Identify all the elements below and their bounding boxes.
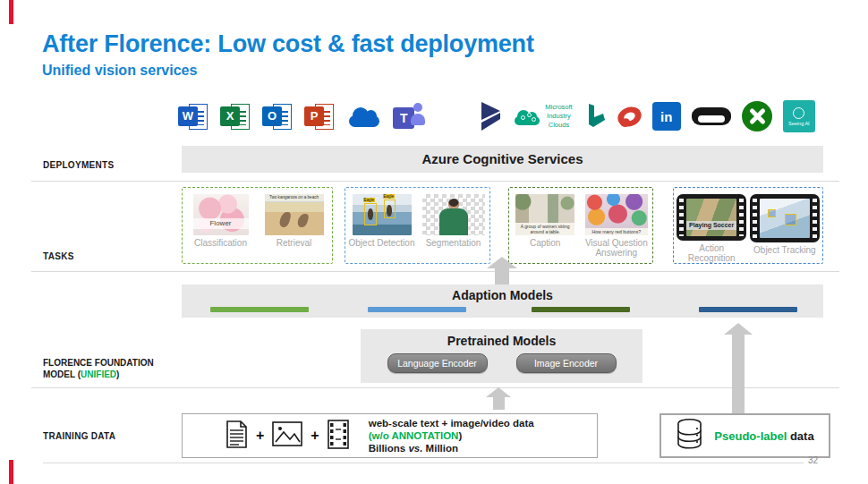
outlook-glyph: O bbox=[262, 106, 282, 126]
divider bbox=[31, 181, 839, 182]
page-subtitle: Unified vision services bbox=[42, 63, 197, 79]
detection-bbox: Eagle bbox=[384, 200, 396, 218]
retrieval-thumbnail: Two kangaroos on a beach bbox=[265, 194, 324, 235]
task-label: Object Tracking bbox=[753, 245, 815, 255]
plus-sign: + bbox=[256, 428, 264, 444]
task-caption: A group of women sitting around a table.… bbox=[510, 194, 581, 263]
adapter-bar-green bbox=[210, 307, 309, 312]
xbox-icon bbox=[742, 101, 772, 132]
deployments-label: DEPLOYMENTS bbox=[43, 160, 114, 170]
azure-cognitive-services-bar: Azure Cognitive Services bbox=[182, 146, 823, 173]
excel-glyph: X bbox=[220, 106, 240, 126]
linkedin-glyph: in bbox=[660, 109, 672, 124]
task-label: Action Recognition bbox=[677, 243, 747, 263]
unified-text: UNIFIED bbox=[81, 369, 116, 379]
excel-icon: X bbox=[220, 102, 251, 132]
task-label: Classification bbox=[194, 238, 247, 248]
task-retrieval: Two kangaroos on a beach Retrieval bbox=[259, 194, 329, 263]
divider bbox=[31, 271, 839, 272]
vqa-question-text: How many red buttons? bbox=[585, 228, 648, 236]
retrieval-caption-text: Two kangaroos on a beach bbox=[265, 194, 324, 201]
adapter-bar-dark-blue bbox=[699, 307, 797, 312]
outlook-icon: O bbox=[262, 102, 294, 132]
divider bbox=[31, 387, 839, 388]
language-encoder-chip: Language Encoder bbox=[387, 353, 488, 373]
task-label: Visual Question Answering bbox=[581, 238, 651, 258]
pseudo-label-data-box: Pseudo-label data bbox=[660, 413, 830, 458]
task-label: Caption bbox=[530, 238, 560, 248]
image-encoder-chip: Image Encoder bbox=[516, 353, 617, 373]
task-group-classification-retrieval: Flower Classification Two kangaroos on a… bbox=[182, 187, 333, 264]
linkedin-icon: in bbox=[652, 102, 681, 131]
plus-sign: + bbox=[311, 428, 319, 444]
adapter-bar-blue bbox=[368, 307, 466, 312]
pretrained-models-title: Pretrained Models bbox=[361, 334, 642, 348]
segmentation-thumbnail bbox=[422, 194, 485, 235]
task-object-tracking: Object Tracking bbox=[749, 194, 820, 263]
hololens-icon bbox=[692, 107, 731, 125]
onedrive-icon bbox=[346, 106, 382, 128]
pseudo-label-text: Pseudo-label data bbox=[714, 429, 813, 443]
classification-thumbnail: Flower bbox=[193, 194, 249, 235]
task-action-recognition: Playing Soccer Action Recognition bbox=[677, 194, 747, 263]
task-label: Retrieval bbox=[277, 238, 311, 248]
industry-clouds-label: Microsoft Industry Clouds bbox=[545, 103, 572, 129]
task-group-caption-vqa: A group of women sitting around a table.… bbox=[508, 187, 653, 264]
training-data-box: + + web-scale text + image/video data (w… bbox=[182, 413, 598, 458]
adapter-bar-dark-green bbox=[532, 307, 630, 312]
red-accent-bottom bbox=[9, 460, 13, 484]
industry-cloud-glyph bbox=[514, 108, 540, 125]
task-classification: Flower Classification bbox=[185, 194, 256, 263]
task-object-detection: Eagle Eagle Object Detection bbox=[346, 194, 417, 263]
training-data-label: TRAINING DATA bbox=[43, 431, 115, 441]
powerpoint-glyph: P bbox=[304, 106, 324, 126]
seeing-ai-label: Seeing AI bbox=[788, 121, 810, 126]
tracking-bbox bbox=[768, 209, 776, 217]
teams-icon: T bbox=[393, 102, 427, 132]
slide-canvas: After Florence: Low cost & fast deployme… bbox=[0, 0, 868, 484]
action-recognition-thumbnail: Playing Soccer bbox=[677, 194, 746, 241]
tasks-label: TASKS bbox=[43, 251, 74, 261]
office-swirl-icon bbox=[615, 103, 644, 130]
training-data-text: web-scale text + image/video data (w/o A… bbox=[369, 417, 534, 454]
industry-clouds-icon: Microsoft Industry Clouds bbox=[514, 103, 572, 129]
task-vqa: How many red buttons? Visual Question An… bbox=[581, 194, 651, 263]
caption-thumbnail: A group of women sitting around a table. bbox=[515, 194, 574, 235]
detection-bbox: Eagle bbox=[364, 203, 377, 225]
florence-foundation-label: FLORENCE FOUNDATION MODEL (UNIFIED) bbox=[43, 357, 154, 380]
pretrained-models-box: Pretrained Models Language Encoder Image… bbox=[361, 329, 642, 383]
windows-icon bbox=[438, 103, 465, 131]
red-accent-top bbox=[9, 0, 13, 24]
page-title: After Florence: Low cost & fast deployme… bbox=[42, 30, 534, 58]
object-tracking-thumbnail bbox=[750, 194, 820, 242]
database-icon bbox=[676, 418, 703, 454]
classification-overlay-text: Flower bbox=[193, 218, 249, 229]
action-recognition-overlay-text: Playing Soccer bbox=[686, 221, 736, 230]
task-group-detection-segmentation: Eagle Eagle Object Detection Segmentatio… bbox=[345, 187, 490, 264]
page-number: 32 bbox=[808, 455, 818, 465]
up-arrow-pretrained bbox=[486, 385, 511, 410]
up-arrow-tasks bbox=[487, 254, 517, 287]
up-arrow-pseudo-label bbox=[724, 320, 753, 416]
dynamics365-icon bbox=[476, 101, 503, 132]
image-icon bbox=[272, 421, 302, 450]
divider bbox=[43, 463, 804, 463]
bing-icon bbox=[583, 103, 607, 130]
word-glyph: W bbox=[178, 106, 198, 126]
vqa-thumbnail: How many red buttons? bbox=[585, 194, 648, 235]
word-icon: W bbox=[178, 102, 209, 132]
seeing-ai-icon: Seeing AI bbox=[783, 100, 815, 132]
task-label: Object Detection bbox=[349, 238, 415, 248]
product-icon-row: W X O P T Microsoft Industry Clouds bbox=[178, 95, 815, 138]
film-icon bbox=[328, 420, 349, 453]
object-detection-thumbnail: Eagle Eagle bbox=[353, 194, 412, 235]
adaption-models-title: Adaption Models bbox=[182, 284, 823, 306]
caption-overlay-text: A group of women sitting around a table. bbox=[515, 223, 574, 236]
tracking-bbox bbox=[785, 214, 796, 225]
task-label: Segmentation bbox=[426, 238, 481, 248]
powerpoint-icon: P bbox=[304, 102, 336, 132]
document-icon bbox=[226, 420, 248, 452]
task-segmentation: Segmentation bbox=[418, 194, 489, 263]
seeing-ai-glyph bbox=[793, 107, 804, 119]
task-group-action-tracking: Playing Soccer Action Recognition Object… bbox=[673, 187, 823, 264]
